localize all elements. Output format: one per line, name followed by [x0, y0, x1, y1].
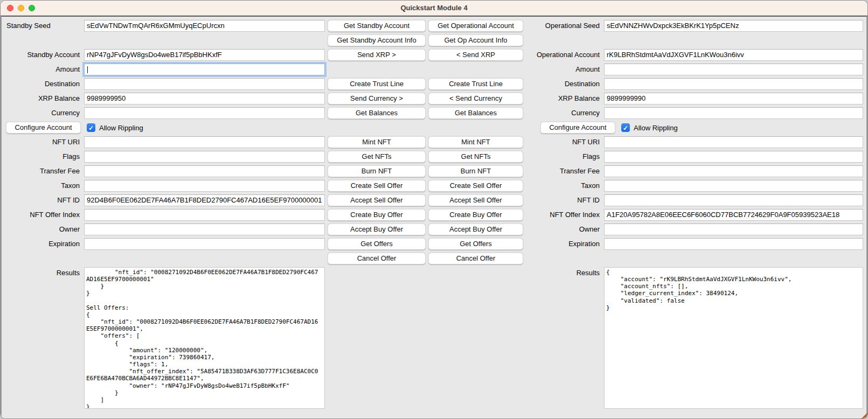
standby-seed-input[interactable]: sEdVwTNDwTmQArR6xGMmUyqECpUrcxn [84, 20, 325, 32]
get-balances-op-button[interactable]: Get Balances [428, 107, 523, 119]
operational-amount-input[interactable] [604, 64, 863, 75]
send-currency-standby-button[interactable]: Send Currency > [328, 93, 426, 104]
configure-account-op-button[interactable]: Configure Account [540, 122, 615, 134]
get-operational-account-button[interactable]: Get Operational Account [428, 20, 523, 32]
standby-currency-input[interactable] [84, 107, 325, 119]
close-button[interactable] [7, 5, 13, 11]
operational-results-textarea[interactable]: { "account": "rK9LBRhStdmtAaVdJXGVF1LnKW… [604, 267, 863, 409]
standby-allow-rippling-label: Allow Rippling [99, 124, 143, 132]
send-currency-op-button[interactable]: < Send Currency [428, 93, 523, 104]
operational-account-input[interactable]: rK9LBRhStdmtAaVdJXGVF1LnKWou3n6ivv [604, 49, 863, 61]
standby-xrp-balance-input[interactable]: 9989999950 [84, 93, 325, 104]
operational-seed-input[interactable]: sEdVNNZHWvDxpck3EkBKrK1Yp5pCENz [604, 20, 863, 32]
operational-currency-input[interactable] [604, 107, 863, 119]
create-buy-offer-standby-button[interactable]: Create Buy Offer [328, 209, 426, 221]
create-trust-line-standby-button[interactable]: Create Trust Line [328, 78, 426, 90]
standby-taxon-input[interactable] [84, 180, 325, 192]
standby-xrp-balance-label: XRP Balance [3, 93, 81, 104]
standby-amount-input[interactable] [84, 64, 325, 75]
standby-taxon-label: Taxon [3, 180, 81, 192]
standby-seed-label: Standby Seed [3, 20, 81, 32]
burn-nft-op-button[interactable]: Burn NFT [428, 165, 523, 177]
standby-nft-uri-input[interactable] [84, 136, 325, 148]
operational-destination-input[interactable] [604, 78, 863, 90]
operational-currency-label: Currency [526, 107, 601, 119]
standby-owner-input[interactable] [84, 224, 325, 235]
send-xrp-op-button[interactable]: < Send XRP [428, 49, 523, 61]
configure-account-standby-button[interactable]: Configure Account [6, 122, 81, 134]
standby-account-input[interactable]: rNP47gJFvDyW8gsDo4weB17if5pBbHKxfF [84, 49, 325, 61]
operational-nft-uri-label: NFT URI [526, 136, 601, 148]
operational-flags-label: Flags [526, 151, 601, 163]
create-sell-offer-standby-button[interactable]: Create Sell Offer [328, 180, 426, 192]
operational-account-label: Operational Account [526, 49, 601, 61]
mint-nft-standby-button[interactable]: Mint NFT [328, 136, 426, 148]
burn-nft-standby-button[interactable]: Burn NFT [328, 165, 426, 177]
operational-nft-offer-index-input[interactable]: A1F20A95782A8E06EEC6F6060CD77BCB7724629F… [604, 209, 863, 221]
operational-xrp-balance-input[interactable]: 9899999990 [604, 93, 863, 104]
mint-nft-op-button[interactable]: Mint NFT [428, 136, 523, 148]
standby-flags-label: Flags [3, 151, 81, 163]
get-standby-account-button[interactable]: Get Standby Account [328, 20, 426, 32]
operational-nft-id-input[interactable] [604, 194, 863, 206]
accept-sell-offer-op-button[interactable]: Accept Sell Offer [428, 194, 523, 206]
operational-allow-rippling-checkbox[interactable] [621, 123, 630, 132]
operational-transfer-fee-label: Transfer Fee [526, 165, 601, 177]
operational-expiration-input[interactable] [604, 238, 863, 250]
send-xrp-standby-button[interactable]: Send XRP > [328, 49, 426, 61]
cancel-offer-standby-button[interactable]: Cancel Offer [328, 253, 426, 264]
standby-destination-input[interactable] [84, 78, 325, 90]
standby-expiration-input[interactable] [84, 238, 325, 250]
zoom-button[interactable] [29, 5, 35, 11]
window-controls [7, 5, 35, 11]
standby-transfer-fee-input[interactable] [84, 165, 325, 177]
standby-currency-label: Currency [3, 107, 81, 119]
accept-buy-offer-standby-button[interactable]: Accept Buy Offer [328, 224, 426, 235]
operational-transfer-fee-input[interactable] [604, 165, 863, 177]
operational-amount-label: Amount [526, 64, 601, 75]
standby-nft-id-input[interactable]: 92D4B6F0EE062DE7FA46A7B1F8DED2790FC467AD… [84, 194, 325, 206]
standby-allow-rippling-checkbox[interactable] [87, 123, 95, 132]
standby-results-textarea[interactable]: "nft_id": "0008271092D4B6F0EE062DE7FA46A… [84, 267, 325, 409]
main-content: Standby Seed sEdVwTNDwTmQArR6xGMmUyqECpU… [1, 16, 867, 419]
minimize-button[interactable] [18, 5, 24, 11]
standby-results-label: Results [3, 267, 81, 279]
operational-owner-input[interactable] [604, 224, 863, 235]
titlebar: Quickstart Module 4 [1, 1, 867, 16]
standby-destination-label: Destination [3, 78, 81, 90]
check-icon [88, 123, 94, 132]
standby-account-label: Standby Account [3, 49, 81, 61]
accept-sell-offer-standby-button[interactable]: Accept Sell Offer [328, 194, 426, 206]
operational-destination-label: Destination [526, 78, 601, 90]
operational-nft-id-label: NFT ID [526, 194, 601, 206]
accept-buy-offer-op-button[interactable]: Accept Buy Offer [428, 224, 523, 235]
standby-nft-offer-index-input[interactable] [84, 209, 325, 221]
standby-amount-label: Amount [3, 64, 81, 75]
get-balances-standby-button[interactable]: Get Balances [328, 107, 426, 119]
operational-results-label: Results [526, 267, 601, 279]
get-nfts-op-button[interactable]: Get NFTs [428, 151, 523, 163]
standby-nft-offer-index-label: NFT Offer Index [3, 209, 81, 221]
resize-grip[interactable] [862, 413, 867, 418]
get-op-account-info-button[interactable]: Get Op Account Info [428, 34, 523, 46]
standby-expiration-label: Expiration [3, 238, 81, 250]
operational-flags-input[interactable] [604, 151, 863, 163]
create-trust-line-op-button[interactable]: Create Trust Line [428, 78, 523, 90]
operational-taxon-input[interactable] [604, 180, 863, 192]
check-icon [623, 123, 628, 132]
window-title: Quickstart Module 4 [1, 4, 867, 12]
create-buy-offer-op-button[interactable]: Create Buy Offer [428, 209, 523, 221]
operational-owner-label: Owner [526, 224, 601, 235]
get-offers-standby-button[interactable]: Get Offers [328, 238, 426, 250]
standby-transfer-fee-label: Transfer Fee [3, 165, 81, 177]
get-nfts-standby-button[interactable]: Get NFTs [328, 151, 426, 163]
get-offers-op-button[interactable]: Get Offers [428, 238, 523, 250]
operational-nft-offer-index-label: NFT Offer Index [526, 209, 601, 221]
cancel-offer-op-button[interactable]: Cancel Offer [428, 253, 523, 264]
standby-flags-input[interactable] [84, 151, 325, 163]
text-cursor [87, 66, 88, 73]
get-standby-account-info-button[interactable]: Get Standby Account Info [328, 34, 426, 46]
operational-nft-uri-input[interactable] [604, 136, 863, 148]
standby-owner-label: Owner [3, 224, 81, 235]
create-sell-offer-op-button[interactable]: Create Sell Offer [428, 180, 523, 192]
